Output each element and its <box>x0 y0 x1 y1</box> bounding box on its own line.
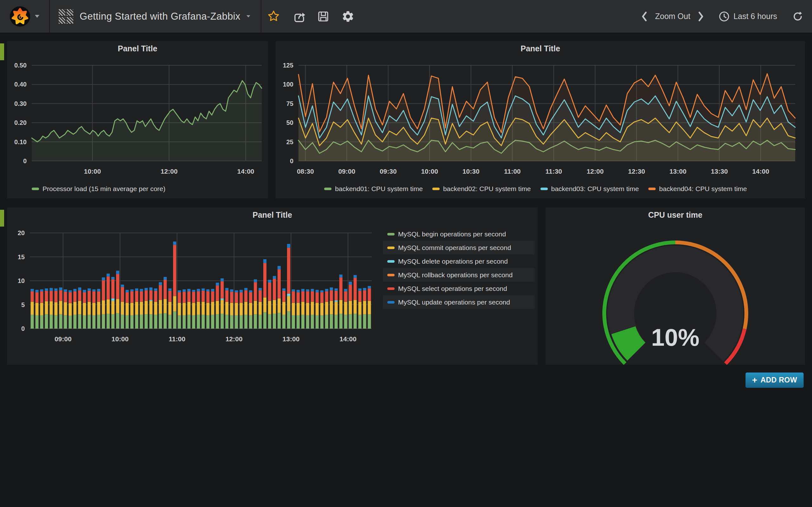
legend-item[interactable]: backend01: CPU system time <box>324 185 423 193</box>
svg-text:0.30: 0.30 <box>14 100 27 107</box>
legend-item[interactable]: MySQL begin operations per second <box>383 227 535 241</box>
refresh-dashboard-button[interactable] <box>792 10 804 22</box>
svg-text:09:00: 09:00 <box>338 168 355 175</box>
legend-item[interactable]: backend02: CPU system time <box>432 185 531 193</box>
legend-item[interactable]: MySQL commit operations per second <box>383 241 535 255</box>
chevron-left-icon <box>641 11 648 22</box>
svg-text:10: 10 <box>18 277 25 284</box>
svg-text:10:00: 10:00 <box>84 168 101 175</box>
chevron-right-icon <box>697 11 704 22</box>
grafana-menu-caret-icon <box>35 15 39 18</box>
svg-text:14:00: 14:00 <box>339 335 357 343</box>
svg-text:125: 125 <box>283 62 293 69</box>
svg-text:25: 25 <box>287 138 293 146</box>
svg-text:09:30: 09:30 <box>380 168 397 175</box>
svg-text:10:00: 10:00 <box>421 168 438 175</box>
svg-text:11:00: 11:00 <box>504 168 521 175</box>
svg-text:0.20: 0.20 <box>14 119 27 126</box>
svg-text:14:00: 14:00 <box>237 168 254 175</box>
share-icon <box>292 9 305 23</box>
plus-icon: + <box>752 375 757 385</box>
svg-text:0.40: 0.40 <box>14 81 27 88</box>
panel-mysql-operations: Panel Title 0510152009:0010:0011:0012:00… <box>7 208 538 365</box>
star-dashboard-button[interactable] <box>261 0 286 33</box>
panel-legend: backend01: CPU system timebackend02: CPU… <box>275 181 805 196</box>
add-row-button[interactable]: + ADD ROW <box>745 372 804 388</box>
legend-item[interactable]: Processor load (15 min average per core) <box>32 185 165 193</box>
panel-legend: Processor load (15 min average per core) <box>7 181 268 196</box>
dashboard-title: Getting Started with Grafana-Zabbix <box>80 11 241 22</box>
legend-item[interactable]: backend03: CPU system time <box>541 185 639 193</box>
panel-processor-load: Panel Title 00.100.200.300.400.5010:0012… <box>7 41 268 199</box>
zoom-out-button[interactable]: Zoom Out <box>655 12 690 21</box>
grafana-menu-button[interactable] <box>0 0 50 33</box>
svg-text:11:30: 11:30 <box>545 168 562 175</box>
panel-legend: MySQL begin operations per secondMySQL c… <box>383 227 535 309</box>
dashboard-title-caret-icon <box>247 15 250 17</box>
mysql-operations-chart[interactable]: 0510152009:0010:0011:0012:0013:0014:00 <box>7 222 383 349</box>
svg-text:75: 75 <box>287 100 293 107</box>
gear-icon <box>341 9 355 23</box>
svg-text:10:30: 10:30 <box>462 168 479 175</box>
svg-text:50: 50 <box>287 119 293 126</box>
svg-text:0: 0 <box>23 158 27 164</box>
gauge-value: 10% <box>546 324 805 351</box>
processor-load-chart[interactable]: 00.100.200.300.400.5010:0012:0014:00 <box>7 56 268 181</box>
save-dashboard-button[interactable] <box>311 0 336 33</box>
svg-text:13:00: 13:00 <box>669 168 687 175</box>
svg-text:100: 100 <box>283 81 293 88</box>
dashboard-title-dropdown[interactable]: Getting Started with Grafana-Zabbix <box>50 0 251 33</box>
svg-text:0: 0 <box>21 325 25 332</box>
svg-text:12:00: 12:00 <box>225 335 243 343</box>
star-icon <box>267 10 280 23</box>
svg-text:15: 15 <box>18 253 25 261</box>
svg-text:0: 0 <box>290 158 293 164</box>
share-dashboard-button[interactable] <box>286 0 311 33</box>
svg-text:12:30: 12:30 <box>628 168 645 175</box>
clock-icon <box>719 11 729 22</box>
top-navbar: Getting Started with Grafana-Zabbix <box>0 0 812 33</box>
svg-text:14:00: 14:00 <box>752 168 769 175</box>
panel-title[interactable]: Panel Title <box>275 41 805 56</box>
svg-text:20: 20 <box>18 229 25 236</box>
svg-text:13:00: 13:00 <box>283 335 300 343</box>
svg-text:12:00: 12:00 <box>160 168 177 175</box>
panel-title[interactable]: CPU user time <box>546 208 805 222</box>
legend-item[interactable]: backend04: CPU system time <box>648 185 747 193</box>
shift-time-back-button[interactable] <box>637 7 652 26</box>
save-icon <box>316 9 330 23</box>
row-collapse-handle-1[interactable] <box>0 43 4 60</box>
panel-title[interactable]: Panel Title <box>7 41 268 56</box>
add-row-label: ADD ROW <box>761 376 797 384</box>
shift-time-forward-button[interactable] <box>693 7 708 26</box>
panel-cpu-system-time: Panel Title 025507510012508:3009:0009:30… <box>275 41 805 199</box>
dashboard-grid-icon <box>59 9 73 24</box>
legend-item[interactable]: MySQL select operations per second <box>383 282 535 295</box>
panel-title[interactable]: Panel Title <box>7 208 538 222</box>
time-range-label: Last 6 hours <box>733 12 777 21</box>
legend-item[interactable]: MySQL delete operations per second <box>383 255 535 268</box>
row-collapse-handle-2[interactable] <box>0 210 4 227</box>
svg-text:5: 5 <box>21 301 25 308</box>
time-range-picker[interactable]: Last 6 hours <box>719 11 777 22</box>
dashboard-settings-button[interactable] <box>336 0 360 33</box>
svg-text:09:00: 09:00 <box>55 335 72 343</box>
svg-text:11:00: 11:00 <box>169 335 186 343</box>
svg-text:0.10: 0.10 <box>14 138 27 146</box>
svg-text:13:30: 13:30 <box>711 168 728 175</box>
svg-text:12:00: 12:00 <box>587 168 604 175</box>
svg-text:08:30: 08:30 <box>297 168 314 175</box>
svg-text:0.50: 0.50 <box>14 62 27 69</box>
legend-item[interactable]: MySQL rollback operations per second <box>383 268 535 282</box>
panel-cpu-user-time: CPU user time 10% <box>546 208 805 365</box>
svg-text:10:00: 10:00 <box>112 335 129 343</box>
legend-item[interactable]: MySQL update operations per second <box>383 295 535 309</box>
cpu-system-time-chart[interactable]: 025507510012508:3009:0009:3010:0010:3011… <box>275 56 805 181</box>
navbar-time-controls: Zoom Out Last 6 hours <box>637 7 812 26</box>
refresh-icon <box>792 10 804 22</box>
grafana-logo-icon <box>9 6 31 27</box>
